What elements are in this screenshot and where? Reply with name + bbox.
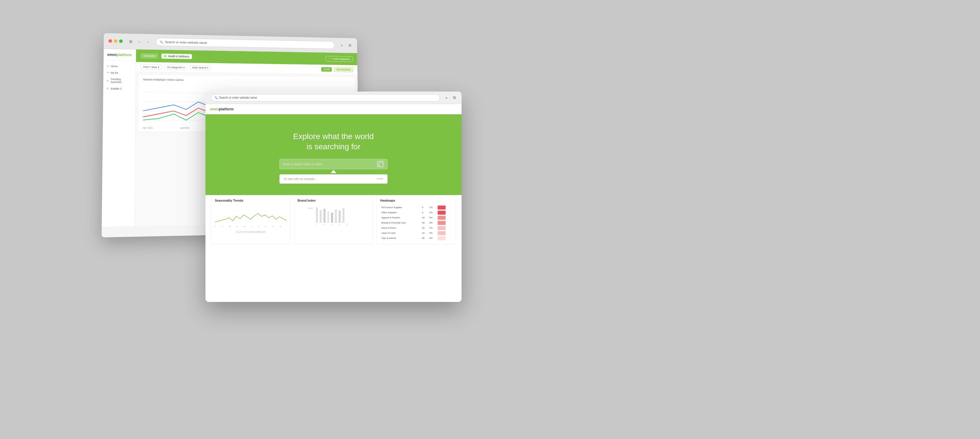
categories-filter-label: All categories [167, 66, 182, 69]
heatmap-value: 19 [421, 215, 428, 220]
front-address-bar[interactable]: 🔍 Search or enter website name [211, 94, 440, 101]
add-companies-button[interactable]: + + Add companies [326, 56, 353, 62]
logo-area: omniplatform [103, 52, 136, 61]
sidebar-item-mylist[interactable]: ♥ My list [103, 70, 135, 76]
table-row: Beauty & Personal Care 43 3% [380, 220, 452, 225]
tabs-overview-icon[interactable]: ⧉ [347, 42, 353, 48]
svg-text:60: 60 [339, 224, 340, 225]
hero-search-bar[interactable]: 🔍 [280, 159, 388, 169]
traffic-lights [108, 39, 123, 43]
close-button[interactable] [108, 39, 112, 43]
heatmap-category: Home & Decor [380, 225, 421, 231]
heatmaps-title: Heatmaps [380, 199, 452, 202]
heatmap-cell [438, 221, 445, 225]
heart-icon: ♥ [107, 71, 109, 74]
heatmap-value: 19 [421, 225, 428, 231]
sidebar-item-mylist-label: My list [110, 71, 118, 74]
copy-button[interactable]: ⧉ [451, 95, 458, 101]
forward-icon[interactable]: › [145, 38, 151, 44]
new-tab-icon[interactable]: + [339, 42, 345, 48]
svg-text:F: F [222, 226, 223, 227]
svg-rect-30 [339, 211, 340, 223]
minimize-button[interactable] [114, 39, 118, 43]
keywords-button[interactable]: KEYWORDS [334, 67, 353, 72]
sidebar-item-trending[interactable]: ♥ Trending Searches [103, 76, 136, 86]
sidebar-toggle-icon[interactable]: ⊞ [127, 38, 134, 44]
heatmap-cell [438, 236, 445, 240]
table-row: Liquor & Liq'd. 14 3% [380, 231, 452, 236]
svg-text:A: A [265, 226, 266, 227]
health-wellness-tab[interactable]: Health & Wellness [161, 54, 192, 59]
heatmap-value: 5 [421, 210, 428, 215]
search-hint-text: Or start with an example... [284, 178, 317, 181]
sidebar-item-home[interactable]: ♥ Home [103, 63, 136, 70]
chevron-down-icon: ▾ [158, 66, 159, 68]
search-icon: 🔍 [160, 40, 163, 43]
url-text: Search or enter website name [165, 40, 207, 44]
save-button[interactable]: SAVE [321, 67, 332, 72]
search-go-button[interactable]: 🔍 [377, 161, 384, 168]
search-icon: 🔍 [379, 162, 382, 166]
heatmap-cell [438, 216, 445, 220]
front-brand-platform: platform [219, 107, 234, 111]
heatmap-pct: 3% [428, 231, 437, 236]
heatmap-cell [438, 211, 445, 215]
search-dropdown-panel: Or start with an example... HIDE [280, 174, 388, 184]
svg-text:80: 80 [346, 224, 347, 225]
heatmap-table: Pet Food & Supplies 5 1% Office Supplies… [380, 205, 452, 241]
brand-index-chart: Legend 0 20 40 60 80 [298, 205, 370, 228]
svg-text:Apr/2021: Apr/2021 [180, 127, 190, 129]
heart-icon: ♥ [107, 87, 108, 90]
table-row: Pet Food & Supplies 5 1% [380, 205, 452, 210]
svg-rect-27 [327, 211, 329, 223]
maximize-button[interactable] [119, 40, 123, 43]
svg-rect-24 [316, 208, 318, 223]
chevron-down-icon: ▾ [183, 66, 185, 69]
sidebar-item-subtitle-label: Subtitle 3 [110, 87, 121, 90]
heatmap-category: Beauty & Personal Care [380, 220, 421, 225]
hero-title-line1: Explore what the world [293, 132, 374, 141]
svg-text:J: J [215, 226, 216, 227]
chart-title-text: Massive Multiplayer Online Games [143, 78, 183, 82]
svg-rect-31 [342, 208, 344, 223]
new-tab-button[interactable]: + [443, 95, 450, 101]
hide-button[interactable]: HIDE [377, 178, 383, 180]
dropdown-arrow-container [280, 170, 388, 173]
date-filter[interactable]: Past 7 days ▾ [140, 64, 162, 70]
dropdown-arrow-icon [331, 170, 336, 173]
back-icon[interactable]: ‹ [136, 38, 143, 44]
svg-rect-28 [331, 212, 333, 223]
health-wellness-label: Health & Wellness [168, 55, 189, 58]
svg-text:J: J [251, 226, 251, 227]
brand-index-title: Brand Index [298, 199, 370, 202]
heatmap-value: 5 [421, 205, 428, 210]
svg-text:20: 20 [323, 224, 325, 225]
search-type-filter[interactable]: Web Search ▾ [190, 65, 212, 71]
heatmap-pct: 3% [428, 220, 437, 225]
search-dropdown-container: Or start with an example... HIDE [280, 173, 388, 184]
svg-text:0: 0 [316, 224, 317, 225]
dot-icon [164, 55, 166, 57]
scene: ⊞ ‹ › 🔍 Search or enter website name + ⧉… [92, 35, 888, 404]
categories-filter[interactable]: All categories ▾ [164, 65, 187, 70]
brand-omni: omni [107, 52, 116, 57]
svg-text:M: M [243, 226, 245, 227]
heatmap-cell [438, 231, 445, 235]
seasonality-panel: Seasonality Trends J F M A M J J A S O [211, 195, 291, 244]
svg-rect-29 [335, 209, 337, 223]
hero-title-line2: is searching for [307, 142, 361, 151]
hero-section: Explore what the world is searching for … [205, 114, 461, 195]
table-row: Office Supplies 5 2% [380, 210, 452, 215]
address-bar[interactable]: 🔍 Search or enter website name [156, 38, 335, 49]
hero-search-input[interactable] [283, 162, 375, 166]
svg-text:S: S [272, 226, 274, 227]
heatmap-pct: 5% [428, 236, 437, 241]
sidebar: omniplatform ♥ Home ♥ My list ♥ Trending… [102, 49, 136, 227]
heatmaps-panel: Heatmaps Pet Food & Supplies 5 1% Office… [377, 195, 456, 244]
table-row: Toys & Games 56 5% [380, 236, 452, 241]
seasonality-legend: Current trend seasonality line [215, 231, 287, 233]
svg-rect-25 [320, 210, 321, 223]
sidebar-item-subtitle[interactable]: ♥ Subtitle 3 [103, 85, 136, 92]
groceries-tab[interactable]: Groceries [140, 53, 158, 59]
svg-text:J: J [258, 226, 259, 227]
